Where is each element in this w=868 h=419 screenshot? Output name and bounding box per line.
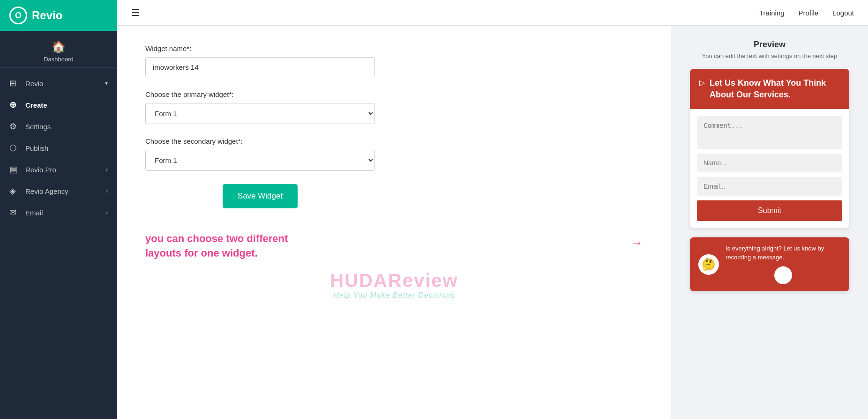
arrow-right-icon-2: › bbox=[106, 188, 108, 194]
submit-button[interactable]: Submit bbox=[697, 200, 842, 221]
form-panel: Widget name*: Choose the primary widget*… bbox=[117, 26, 671, 419]
home-icon: 🏠 bbox=[52, 40, 66, 53]
sidebar-item-revio[interactable]: ⊞ Revio ▾ bbox=[0, 73, 117, 94]
sidebar: O Revio 🏠 Dashboard ⊞ Revio ▾ ⊕ Create ⚙… bbox=[0, 0, 117, 419]
chevron-down-icon: ▾ bbox=[105, 80, 108, 87]
preview-panel: Preview You can edit the text with setti… bbox=[671, 26, 868, 419]
secondary-widget-select[interactable]: Form 1 Form 2 Form 3 bbox=[145, 150, 375, 171]
box-icon: ◈ bbox=[9, 186, 20, 196]
top-bar-right: Training Profile Logout bbox=[759, 9, 854, 17]
secondary-widget-group: Choose the secondary widget*: Form 1 For… bbox=[145, 137, 643, 171]
plus-circle-icon: ⊕ bbox=[9, 100, 20, 110]
sidebar-item-label-settings: Settings bbox=[25, 123, 51, 131]
widget-name-group: Widget name*: bbox=[145, 44, 643, 77]
widget-name-label: Widget name*: bbox=[145, 44, 643, 52]
annotation-arrow-icon: → bbox=[630, 235, 643, 250]
widget-name-input[interactable] bbox=[145, 57, 375, 77]
save-widget-button[interactable]: Save Widget bbox=[223, 184, 298, 208]
logo-area: O Revio bbox=[0, 0, 117, 31]
annotation-text: you can choose two different layouts for… bbox=[145, 232, 314, 261]
primary-widget-label: Choose the primary widget*: bbox=[145, 90, 643, 98]
watermark-top-text: HUDAReview bbox=[145, 270, 643, 291]
top-bar-left: ☰ bbox=[131, 7, 140, 18]
preview-subtitle: You can edit the text with settings on t… bbox=[690, 52, 849, 59]
thinking-emoji: 🤔 bbox=[702, 258, 716, 271]
share-icon: ⬡ bbox=[9, 143, 20, 153]
dashboard-section: 🏠 Dashboard bbox=[0, 31, 117, 68]
secondary-text: Is everything alright? Let us know by re… bbox=[726, 244, 841, 261]
logout-link[interactable]: Logout bbox=[832, 9, 854, 17]
document-icon: ▤ bbox=[9, 164, 20, 175]
comment-textarea[interactable] bbox=[697, 116, 842, 149]
sidebar-item-label-create: Create bbox=[25, 101, 47, 109]
widget-header: ▷ Let Us Know What You Think About Our S… bbox=[690, 69, 849, 109]
emoji-bubble: 🤔 bbox=[698, 254, 719, 275]
widget-body: Submit bbox=[690, 109, 849, 228]
top-bar: ☰ Training Profile Logout bbox=[117, 0, 868, 26]
sidebar-nav: ⊞ Revio ▾ ⊕ Create ⚙ Settings ⬡ Publish … bbox=[0, 68, 117, 419]
watermark: HUDAReview Help You Make Better Decision… bbox=[145, 270, 643, 300]
annotation-area: you can choose two different layouts for… bbox=[145, 232, 643, 261]
sidebar-item-create[interactable]: ⊕ Create bbox=[0, 94, 117, 116]
email-icon: ✉ bbox=[9, 207, 20, 218]
widget-header-text: Let Us Know What You Think About Our Ser… bbox=[710, 77, 840, 101]
training-link[interactable]: Training bbox=[759, 9, 785, 17]
play-icon: ▷ bbox=[699, 78, 705, 87]
name-input[interactable] bbox=[697, 154, 842, 172]
grid-icon: ⊞ bbox=[9, 78, 20, 88]
sidebar-item-email[interactable]: ✉ Email › bbox=[0, 202, 117, 223]
main-wrapper: ☰ Training Profile Logout Widget name*: … bbox=[117, 0, 868, 419]
sidebar-item-revio-agency[interactable]: ◈ Revio Agency › bbox=[0, 180, 117, 202]
sidebar-item-revio-pro[interactable]: ▤ Revio Pro › bbox=[0, 159, 117, 180]
arrow-right-icon-3: › bbox=[106, 209, 108, 216]
main-content: Widget name*: Choose the primary widget*… bbox=[117, 26, 868, 419]
logo-icon: O bbox=[9, 7, 27, 24]
sidebar-item-label-revio: Revio bbox=[25, 80, 43, 88]
profile-link[interactable]: Profile bbox=[799, 9, 819, 17]
sidebar-item-label-revio-agency: Revio Agency bbox=[25, 187, 68, 195]
sidebar-item-settings[interactable]: ⚙ Settings bbox=[0, 116, 117, 137]
primary-widget-group: Choose the primary widget*: Form 1 Form … bbox=[145, 90, 643, 124]
primary-widget-select[interactable]: Form 1 Form 2 Form 3 bbox=[145, 103, 375, 124]
sidebar-item-label-email: Email bbox=[25, 209, 43, 217]
sidebar-item-publish[interactable]: ⬡ Publish bbox=[0, 137, 117, 159]
arrow-right-icon: › bbox=[106, 166, 108, 173]
sidebar-item-label-revio-pro: Revio Pro bbox=[25, 166, 56, 174]
watermark-bottom-text: Help You Make Better Decisions bbox=[145, 291, 643, 300]
logo-text: Revio bbox=[32, 9, 62, 22]
preview-title: Preview bbox=[690, 40, 849, 50]
dashboard-label: Dashboard bbox=[44, 56, 74, 63]
microphone-icon: 🎙 bbox=[779, 270, 787, 280]
gear-icon: ⚙ bbox=[9, 121, 20, 132]
secondary-text-area: Is everything alright? Let us know by re… bbox=[726, 244, 841, 284]
hamburger-menu-icon[interactable]: ☰ bbox=[131, 7, 140, 18]
sidebar-item-label-publish: Publish bbox=[25, 144, 48, 152]
mic-button[interactable]: 🎙 bbox=[774, 266, 792, 284]
annotation-text-wrap: you can choose two different layouts for… bbox=[145, 232, 625, 261]
email-input[interactable] bbox=[697, 177, 842, 196]
secondary-widget-label: Choose the secondary widget*: bbox=[145, 137, 643, 145]
secondary-widget-preview: 🤔 Is everything alright? Let us know by … bbox=[690, 237, 849, 291]
primary-widget-preview: ▷ Let Us Know What You Think About Our S… bbox=[690, 69, 849, 228]
